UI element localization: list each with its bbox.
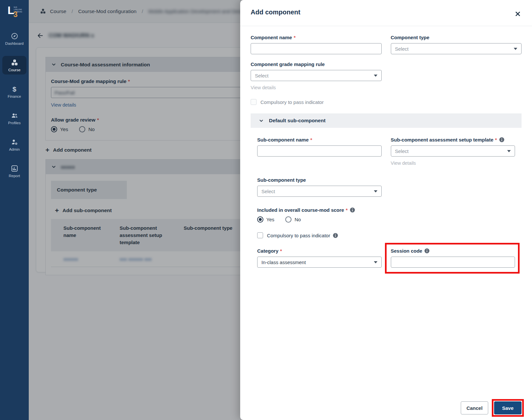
sidebar: L NUS LIFELONG LEARNING 3 Dashboard Cour… (0, 0, 29, 420)
caret-down-icon (374, 75, 377, 77)
sub-component-type-select[interactable]: Select (257, 186, 382, 197)
logo-number: 3 (13, 11, 18, 18)
category-field: Category * In-class assessment (257, 248, 382, 268)
select-placeholder: Select (255, 73, 269, 78)
compass-icon (11, 32, 18, 40)
sub-component-type-label: Sub-component type (257, 177, 382, 183)
included-in-score-label: Included in overall course-mod score * (257, 207, 515, 213)
sub-component-name-field: Sub-component name * (257, 137, 382, 166)
info-icon (350, 208, 355, 212)
session-code-field-highlighted: Session code (391, 248, 515, 268)
sidebar-item-course[interactable]: Course (2, 56, 26, 75)
sub-component-template-field: Sub-component assessment setup template … (391, 137, 515, 166)
included-in-score-group: Yes No (257, 216, 515, 223)
session-code-label: Session code (391, 248, 515, 254)
info-icon (333, 233, 338, 238)
sub-compulsory-pass-label: Compulsory to pass indicator (267, 233, 330, 238)
caret-down-icon (514, 48, 517, 50)
checkbox-unchecked-icon (257, 232, 263, 238)
drawer-body: Component name * Component type Select (240, 26, 532, 268)
compulsory-pass-label: Compulsory to pass indicator (260, 99, 324, 105)
caret-down-icon (374, 190, 377, 193)
drawer-footer: Cancel Save (461, 401, 522, 414)
component-name-label: Component name * (251, 35, 382, 40)
caret-down-icon (507, 150, 511, 152)
close-button[interactable] (514, 10, 521, 17)
dollar-icon: $ (11, 85, 18, 93)
drawer-header: Add component (240, 0, 532, 26)
radio-label: Yes (266, 217, 274, 222)
people-icon (11, 112, 18, 119)
component-name-field: Component name * (251, 35, 382, 54)
sub-component-name-label: Sub-component name * (257, 137, 382, 143)
drawer-title: Add component (251, 8, 522, 16)
category-selected-value: In-class assessment (261, 260, 306, 265)
view-details-link-disabled: View details (391, 160, 416, 166)
component-type-label: Component type (391, 35, 522, 40)
sub-component-type-field: Sub-component type Select (257, 177, 382, 197)
save-button-highlight: Save (494, 401, 522, 414)
sidebar-item-label: Admin (9, 147, 20, 151)
sidebar-item-report[interactable]: Report (2, 162, 26, 180)
sidebar-item-label: Profiles (8, 121, 21, 125)
sub-component-template-select[interactable]: Select (391, 145, 515, 157)
caret-down-icon (374, 261, 377, 263)
component-type-select[interactable]: Select (391, 43, 522, 54)
required-asterisk: * (346, 207, 348, 213)
close-icon (515, 11, 521, 17)
select-placeholder: Select (395, 148, 409, 154)
radio-selected-icon (257, 216, 263, 223)
cancel-button[interactable]: Cancel (461, 401, 488, 414)
sidebar-item-profiles[interactable]: Profiles (2, 109, 26, 127)
chevron-down-icon (259, 119, 263, 123)
sidebar-item-label: Finance (8, 94, 21, 98)
category-label: Category * (257, 248, 382, 254)
included-in-score-no[interactable]: No (285, 216, 301, 223)
radio-label: No (294, 217, 301, 222)
component-grade-mapping-select[interactable]: Select (251, 70, 382, 81)
sidebar-item-label: Dashboard (5, 42, 24, 45)
sidebar-item-admin[interactable]: Admin (2, 135, 26, 154)
included-in-score-yes[interactable]: Yes (257, 216, 274, 223)
category-select[interactable]: In-class assessment (257, 257, 382, 268)
info-icon (424, 248, 429, 253)
sidebar-item-finance[interactable]: $ Finance (2, 82, 26, 101)
app-logo[interactable]: L NUS LIFELONG LEARNING 3 (5, 4, 24, 22)
required-asterisk: * (294, 35, 296, 40)
required-asterisk: * (495, 137, 497, 143)
required-asterisk: * (280, 248, 282, 254)
sidebar-item-label: Report (9, 174, 20, 178)
cubes-icon (11, 59, 18, 66)
save-button[interactable]: Save (494, 401, 522, 414)
sub-component-name-input[interactable] (257, 145, 382, 157)
component-type-field: Component type Select (391, 35, 522, 54)
included-in-score-field: Included in overall course-mod score * Y… (257, 207, 515, 223)
chart-icon (11, 165, 18, 172)
default-sub-component-header[interactable]: Default sub-component (251, 113, 522, 128)
admin-gear-icon (11, 138, 18, 146)
default-sub-component-title: Default sub-component (269, 118, 325, 124)
session-code-input[interactable] (391, 257, 515, 268)
sub-component-template-label: Sub-component assessment setup template … (391, 137, 515, 143)
sidebar-item-dashboard[interactable]: Dashboard (2, 29, 26, 48)
radio-unselected-icon (285, 216, 291, 223)
component-grade-mapping-label: Component grade mapping rule (251, 61, 382, 67)
add-component-drawer: Add component Component name * Component… (240, 0, 532, 420)
component-name-input[interactable] (251, 43, 382, 54)
sub-compulsory-pass-checkbox-row[interactable]: Compulsory to pass indicator (257, 232, 515, 238)
select-placeholder: Select (261, 189, 275, 194)
checkbox-unchecked-icon (251, 99, 257, 105)
default-sub-component-body: Sub-component name * Sub-component asses… (251, 128, 522, 268)
view-details-link-disabled: View details (251, 85, 276, 90)
info-icon (499, 137, 504, 142)
compulsory-pass-checkbox-row[interactable]: Compulsory to pass indicator (251, 99, 522, 105)
component-grade-mapping-field: Component grade mapping rule Select View… (251, 61, 382, 91)
required-asterisk: * (310, 137, 312, 143)
sidebar-item-label: Course (8, 68, 20, 72)
select-placeholder: Select (395, 46, 409, 52)
